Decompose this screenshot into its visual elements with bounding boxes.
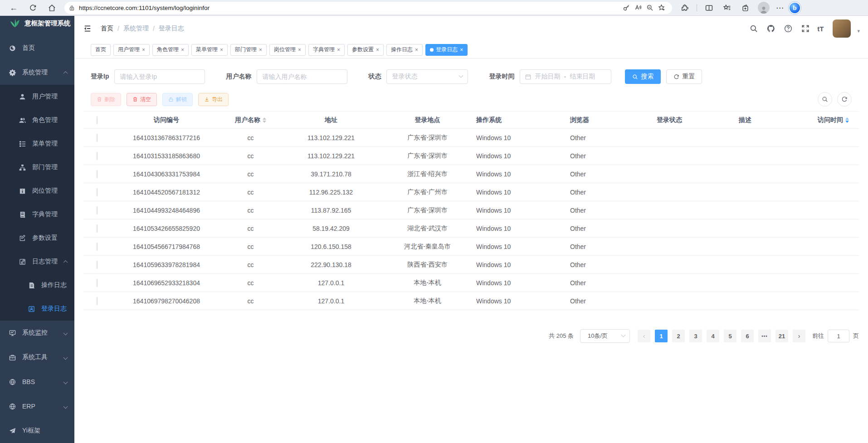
sidebar-item-home[interactable]: 首页 [0,36,74,60]
close-icon[interactable]: × [337,47,340,53]
browser-menu-icon[interactable]: ⋯ [776,3,784,13]
clear-button[interactable]: 清空 [127,93,157,106]
app-logo[interactable]: 意框架管理系统 [0,16,74,30]
row-checkbox[interactable] [97,188,98,196]
export-button[interactable]: 导出 [198,93,229,106]
split-screen-icon[interactable] [702,1,715,14]
close-icon[interactable]: × [259,47,262,53]
browser-refresh-icon[interactable] [26,1,39,14]
text-size-icon[interactable]: tT [817,25,824,33]
close-icon[interactable]: × [181,47,184,53]
tab-home[interactable]: 首页 [91,44,111,56]
search-button[interactable]: 搜索 [625,69,661,84]
browser-home-icon[interactable] [45,1,58,14]
sidebar-item-system-mgmt[interactable]: 系统管理 [0,60,74,85]
close-icon[interactable]: × [142,47,145,53]
close-icon[interactable]: × [415,47,418,53]
header-search-icon[interactable] [748,23,759,34]
tab-post-mgmt[interactable]: 岗位管理× [269,44,306,56]
sidebar-item-log-mgmt[interactable]: 日志管理 [0,250,74,273]
login-ip-input[interactable] [120,73,200,80]
tab-param-settings[interactable]: 参数设置× [347,44,384,56]
date-range-picker[interactable]: 开始日期 - 结束日期 [520,69,611,84]
sidebar-item-bbs[interactable]: BBS [0,370,74,394]
tab-dept-mgmt[interactable]: 部门管理× [230,44,267,56]
collections-icon[interactable] [739,1,751,14]
url-text[interactable]: https://ccnetcore.com:1101/system/log/lo… [79,5,620,11]
page-button-3[interactable]: 3 [689,330,702,342]
sidebar-item-system-monitor[interactable]: 系统监控 [0,321,74,345]
user-avatar[interactable] [833,19,851,38]
sidebar-item-param-settings[interactable]: 参数设置 [0,226,74,250]
row-checkbox[interactable] [97,134,98,142]
browser-back-icon[interactable]: ← [7,1,20,14]
more-pages-icon[interactable]: ••• [758,330,771,342]
sidebar-item-login-log[interactable]: 登录日志 [0,297,74,321]
tab-user-mgmt[interactable]: 用户管理× [113,44,150,56]
close-icon[interactable]: × [376,47,379,53]
col-user-name[interactable]: 用户名称 [222,112,279,129]
github-icon[interactable] [766,23,776,34]
reset-button[interactable]: 重置 [666,69,702,84]
row-checkbox[interactable] [97,297,98,305]
tab-login-log[interactable]: 登录日志× [425,44,468,56]
bing-chat-icon[interactable]: b [789,2,801,14]
sidebar-item-dict-mgmt[interactable]: 字典管理 [0,203,74,226]
sidebar-item-operation-log[interactable]: 操作日志 [0,273,74,297]
page-size-select[interactable]: 10条/页 [580,329,630,343]
sidebar-item-post-mgmt[interactable]: 岗位管理 [0,179,74,203]
favorites-icon[interactable] [721,1,733,14]
breadcrumb-system[interactable]: 系统管理 [123,24,149,33]
row-checkbox[interactable] [97,170,98,178]
breadcrumb-home[interactable]: 首页 [101,24,113,33]
avatar-caret-icon[interactable]: ▾ [857,28,860,34]
goto-page-input[interactable] [828,330,849,342]
password-key-icon[interactable] [620,2,632,14]
page-button-1[interactable]: 1 [655,330,668,342]
row-checkbox[interactable] [97,279,98,287]
help-icon[interactable] [783,23,794,34]
sidebar-item-menu-mgmt[interactable]: 菜单管理 [0,132,74,156]
read-aloud-icon[interactable] [632,2,644,14]
close-icon[interactable]: × [220,47,223,53]
tab-dict-mgmt[interactable]: 字典管理× [308,44,345,56]
tab-operation-log[interactable]: 操作日志× [386,44,423,56]
page-button-4[interactable]: 4 [707,330,719,342]
col-visit-time[interactable]: 访问时间 [813,112,859,129]
close-icon[interactable]: × [298,47,301,53]
add-favorite-icon[interactable] [656,2,668,14]
collapse-sidebar-icon[interactable] [81,22,94,35]
fullscreen-icon[interactable] [800,23,811,34]
sidebar-item-erp[interactable]: ERP [0,394,74,419]
user-name-input[interactable] [262,73,342,80]
refresh-table-button[interactable] [837,92,852,107]
sort-icon[interactable] [263,117,266,123]
tab-menu-mgmt[interactable]: 菜单管理× [191,44,228,56]
sort-icon[interactable] [845,117,849,123]
sidebar-item-yi-framework[interactable]: Yi框架 [0,419,74,443]
sidebar-item-user-mgmt[interactable]: 用户管理 [0,85,74,108]
delete-button[interactable]: 删除 [91,93,121,106]
zoom-out-icon[interactable] [644,2,656,14]
page-button-last[interactable]: 21 [775,330,788,342]
row-checkbox[interactable] [97,261,98,269]
unlock-button[interactable]: 解锁 [162,93,193,106]
page-button-5[interactable]: 5 [724,330,736,342]
sidebar-item-system-tools[interactable]: 系统工具 [0,345,74,370]
tab-role-mgmt[interactable]: 角色管理× [152,44,189,56]
close-icon[interactable]: × [460,47,463,53]
page-button-2[interactable]: 2 [672,330,685,342]
browser-profile-avatar[interactable] [758,2,770,14]
site-lock-icon[interactable] [69,5,75,11]
select-all-checkbox[interactable] [97,116,98,124]
row-checkbox[interactable] [97,152,98,160]
sidebar-item-dept-mgmt[interactable]: 部门管理 [0,156,74,179]
status-select[interactable]: 登录状态 [386,69,468,84]
row-checkbox[interactable] [97,206,98,214]
sidebar-item-role-mgmt[interactable]: 角色管理 [0,108,74,132]
page-button-6[interactable]: 6 [741,330,754,342]
next-page-button[interactable]: › [793,330,805,342]
prev-page-button[interactable]: ‹ [638,330,650,342]
row-checkbox[interactable] [97,243,98,251]
row-checkbox[interactable] [97,224,98,233]
